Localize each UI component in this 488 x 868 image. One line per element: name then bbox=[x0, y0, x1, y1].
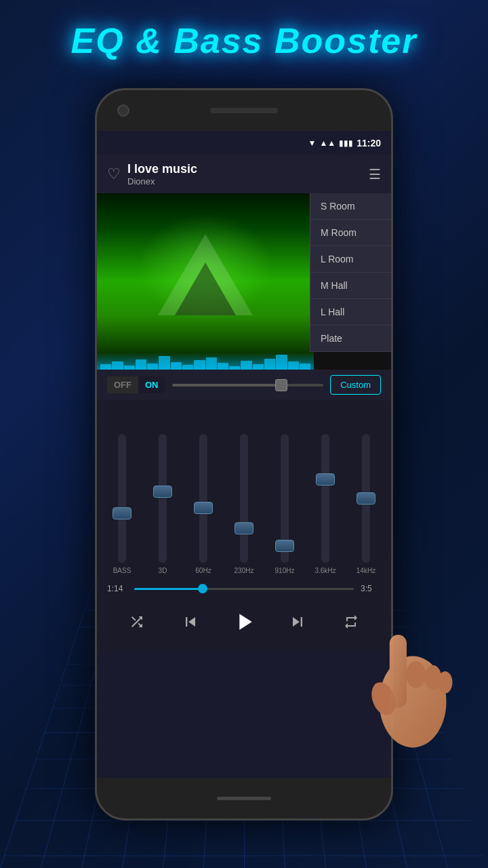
eq-band-230hz bbox=[226, 407, 262, 563]
hand-overlay bbox=[346, 576, 468, 766]
eq-master-slider[interactable] bbox=[172, 384, 324, 387]
track-meta: I love music Dionex bbox=[121, 162, 369, 186]
waveform-bar bbox=[276, 355, 287, 370]
waveform-bar bbox=[100, 364, 111, 370]
waveform-bar bbox=[241, 361, 251, 370]
status-bar: ▼ ▲▲ ▮▮▮ 11:20 bbox=[97, 131, 391, 155]
progress-dot[interactable] bbox=[198, 584, 207, 593]
phone-bottom bbox=[97, 778, 391, 818]
preset-l-room[interactable]: L Room bbox=[310, 246, 391, 273]
waveform-bar bbox=[300, 363, 310, 370]
eq-band-14khz bbox=[348, 407, 384, 563]
waveform-bar bbox=[182, 365, 193, 370]
label-3d: 3D bbox=[144, 567, 181, 574]
eq-band-track-230hz[interactable] bbox=[240, 434, 248, 563]
album-art bbox=[97, 193, 314, 370]
svg-point-2 bbox=[406, 661, 426, 688]
eq-controls: OFF ON Custom bbox=[97, 370, 391, 400]
app-title: EQ & Bass Booster bbox=[0, 20, 488, 61]
eq-band-thumb-60hz[interactable] bbox=[194, 502, 213, 514]
eq-band-track-bass[interactable] bbox=[118, 434, 126, 563]
eq-band-track-36khz[interactable] bbox=[321, 434, 329, 563]
phone-camera bbox=[117, 104, 129, 117]
label-36khz: 3.6kHz bbox=[307, 567, 344, 574]
eq-bands bbox=[97, 400, 391, 563]
eq-toggle[interactable]: OFF ON bbox=[107, 376, 165, 393]
home-indicator bbox=[217, 797, 271, 800]
waveform-bar bbox=[147, 363, 158, 370]
eq-band-thumb-36khz[interactable] bbox=[316, 473, 335, 486]
shuffle-button[interactable] bbox=[122, 607, 152, 637]
status-time: 11:20 bbox=[357, 138, 381, 149]
eq-band-bass bbox=[104, 407, 140, 563]
waveform-bar bbox=[288, 361, 299, 370]
waveform-bar bbox=[253, 364, 264, 370]
label-60hz: 60Hz bbox=[185, 567, 222, 574]
waveform-bar bbox=[159, 356, 169, 370]
custom-button[interactable]: Custom bbox=[330, 375, 381, 395]
waveform-bar bbox=[229, 366, 240, 370]
phone-top bbox=[97, 90, 391, 131]
eq-band-thumb-3d[interactable] bbox=[153, 486, 172, 498]
rewind-button[interactable] bbox=[176, 607, 205, 637]
triangle-inner bbox=[175, 262, 236, 315]
eq-slider-thumb[interactable] bbox=[275, 379, 287, 391]
status-icons: ▼ ▲▲ ▮▮▮ 11:20 bbox=[308, 138, 381, 149]
wifi-icon: ▼ bbox=[308, 138, 317, 148]
eq-band-thumb-14khz[interactable] bbox=[357, 492, 375, 505]
eq-band-track-3d[interactable] bbox=[159, 434, 167, 563]
waveform-bar bbox=[171, 362, 182, 370]
label-230hz: 230Hz bbox=[226, 567, 262, 574]
album-waveform bbox=[97, 353, 314, 370]
waveform-bar bbox=[112, 361, 123, 370]
eq-band-track-14khz[interactable] bbox=[362, 434, 370, 563]
menu-icon[interactable]: ☰ bbox=[369, 166, 381, 182]
track-title: I love music bbox=[127, 162, 362, 176]
eq-band-track-910hz[interactable] bbox=[281, 434, 289, 563]
forward-button[interactable] bbox=[283, 607, 312, 637]
eq-band-thumb-230hz[interactable] bbox=[235, 522, 253, 534]
preset-l-hall[interactable]: L Hall bbox=[310, 299, 391, 326]
eq-band-3d bbox=[144, 407, 181, 563]
waveform-bar bbox=[136, 359, 146, 370]
label-910hz: 910Hz bbox=[266, 567, 303, 574]
play-button[interactable] bbox=[229, 607, 259, 637]
battery-icon: ▮▮▮ bbox=[339, 138, 353, 148]
label-bass: BASS bbox=[104, 567, 140, 574]
eq-band-60hz bbox=[185, 407, 222, 563]
waveform-bar bbox=[194, 360, 205, 370]
eq-band-910hz bbox=[266, 407, 303, 563]
waveform-bar bbox=[206, 357, 217, 370]
waveform-bar bbox=[264, 359, 275, 370]
eq-band-track-60hz[interactable] bbox=[199, 434, 207, 563]
progress-bar[interactable] bbox=[134, 588, 354, 590]
preset-s-room[interactable]: S Room bbox=[310, 193, 391, 220]
preset-m-hall[interactable]: M Hall bbox=[310, 273, 391, 299]
toggle-on-label: ON bbox=[138, 376, 165, 393]
signal-icon: ▲▲ bbox=[319, 138, 336, 148]
track-artist: Dionex bbox=[127, 176, 362, 186]
track-info: ♡ I love music Dionex ☰ bbox=[97, 155, 391, 193]
waveform-bar bbox=[218, 363, 228, 370]
eq-band-thumb-bass[interactable] bbox=[113, 507, 131, 519]
album-art-image bbox=[97, 193, 314, 370]
toggle-off-label: OFF bbox=[107, 376, 138, 393]
heart-icon[interactable]: ♡ bbox=[107, 165, 121, 183]
eq-slider-fill bbox=[172, 384, 279, 387]
waveform-bar bbox=[124, 366, 135, 370]
eq-band-36khz bbox=[307, 407, 344, 563]
preset-dropdown: S Room M Room L Room M Hall L Hall Plate bbox=[310, 193, 391, 352]
preset-m-room[interactable]: M Room bbox=[310, 220, 391, 246]
label-14khz: 14kHz bbox=[348, 567, 384, 574]
phone-speaker bbox=[210, 108, 278, 113]
progress-current: 1:14 bbox=[107, 584, 127, 593]
svg-point-4 bbox=[438, 671, 453, 693]
eq-band-thumb-910hz[interactable] bbox=[275, 540, 294, 552]
preset-plate[interactable]: Plate bbox=[310, 326, 391, 352]
progress-fill bbox=[134, 588, 200, 590]
album-area: S Room M Room L Room M Hall L Hall Plate bbox=[97, 193, 391, 370]
